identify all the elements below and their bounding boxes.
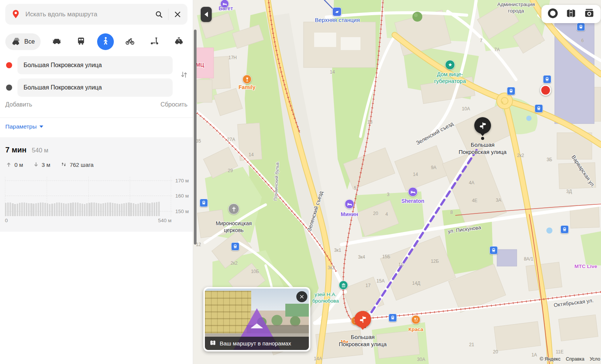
elevation-bar [82,204,83,216]
pin-anchor [481,137,484,140]
poi-cross-icon[interactable] [228,204,239,215]
route-point-input-a[interactable]: Большая Покровская улица [17,56,173,74]
building-number: 20 [493,349,498,355]
building-number: 2к2 [517,153,524,158]
building-number: 4 [385,212,388,217]
tram-stop-icon[interactable] [543,75,551,83]
sidebar-collapse-button[interactable] [201,7,212,22]
route-point-row: Большая Покровская улица [0,56,193,74]
elevation-bar [114,203,116,216]
search-icon[interactable] [154,10,164,19]
help-link[interactable]: Справка [566,356,584,362]
poi-wine-icon[interactable] [242,75,252,84]
poi-bed-icon[interactable] [345,199,354,209]
tram-stop-icon[interactable] [577,23,585,31]
panorama-label: Ваш маршрут в панорамах [220,340,291,347]
elevation-bar [144,202,146,216]
transport-mode-pedestrian[interactable] [97,33,114,50]
elevation-bar [133,203,134,216]
map-label: Большая Покровская улица [459,141,507,156]
photos-button[interactable] [580,5,598,23]
poi-museum-icon[interactable] [339,281,348,290]
chevron-down-icon [39,126,43,130]
tram-stop-icon[interactable] [231,242,239,251]
elevation-bar [72,202,74,216]
building-number: 29 [228,168,233,173]
poi-star-icon[interactable] [445,60,455,70]
map-label: МЦ [196,62,204,69]
route-sidebar: Все Большая Покровская улица Большая Пок… [0,0,193,364]
elevation-bar [14,204,16,216]
swap-route-points-button[interactable] [178,68,190,81]
transport-mode-taxi[interactable] [171,33,187,50]
tram-stop-icon[interactable] [507,87,515,95]
poi-funicular-icon[interactable] [332,7,341,16]
elevation-bar [26,203,27,216]
building-number: 3к4 [358,254,365,260]
building-number: 14 [330,69,335,75]
building-number: 35 [196,138,201,144]
panoramas-button[interactable] [562,5,580,23]
tram-stop-icon[interactable] [489,246,498,254]
transport-mode-all[interactable]: Все [5,33,41,50]
building-number: 11Е [556,349,563,355]
panorama-photo: Ваш маршрут в панорамах [205,289,309,350]
map-label: Зеленский съезд [415,121,455,146]
building-number: 21 [469,342,474,347]
route-point-marker [6,62,12,68]
elevation-bar [156,202,157,216]
elevation-bar [126,203,127,216]
tram-stop-icon[interactable] [560,225,569,234]
route-point-a-marker[interactable] [540,85,551,96]
route-arrow [250,323,263,328]
car-icon [52,36,62,48]
sidebar-scrollbar[interactable] [194,30,197,245]
reset-button[interactable]: Сбросить [160,101,187,108]
add-point-button[interactable]: Добавить [5,101,32,108]
building-number: 3Д [566,189,572,194]
route-end-pin[interactable] [474,117,491,134]
traffic-button[interactable] [544,5,562,23]
elevation-bar [116,204,118,216]
search-box[interactable] [5,4,187,25]
transport-mode-scooter[interactable] [146,33,163,50]
search-input[interactable] [25,10,154,19]
building-number: 3к2 [328,265,335,270]
elevation-bar [107,202,109,216]
elevation-bar [77,202,79,216]
close-icon[interactable] [296,291,307,302]
tram-stop-icon[interactable] [535,104,543,113]
parameters-toggle[interactable]: Параметры [5,123,43,130]
building-number: 3А [496,198,502,203]
tram-stop-icon[interactable] [389,314,397,322]
transport-mode-bike[interactable] [122,33,138,50]
scooter-icon [149,36,160,48]
taxi-icon [174,36,184,48]
panorama-preview[interactable]: Ваш маршрут в панорамах [203,287,310,351]
elevation-bar [75,202,76,216]
poi-bed-icon[interactable] [408,187,418,197]
divider [168,9,168,20]
elevation-bar [70,203,71,216]
triangle-left-icon [205,12,208,17]
transport-mode-bus[interactable] [73,33,90,50]
building-number: 3Б [547,157,552,162]
x-tick-label: 540 м [158,218,171,223]
elevation-bar [109,202,111,216]
terms-link[interactable]: Усло [590,356,600,362]
elevation-bar [96,203,97,216]
building-number: 15Б [382,254,390,259]
transport-mode-car[interactable] [48,33,65,50]
elevation-bar [128,202,129,216]
elevation-bar [88,203,90,216]
elevation-bar [63,203,65,216]
route-point-input-b[interactable]: Большая Покровская улица [17,78,173,97]
map-label: Family [239,84,255,91]
close-icon[interactable] [173,10,182,19]
footsteps-icon [60,161,67,168]
route-start-pin[interactable] [354,311,371,328]
poi-fork-icon[interactable] [411,315,420,324]
elevation-bar [19,203,20,216]
tram-stop-icon[interactable] [200,199,208,207]
building-number: 15А [376,278,384,284]
